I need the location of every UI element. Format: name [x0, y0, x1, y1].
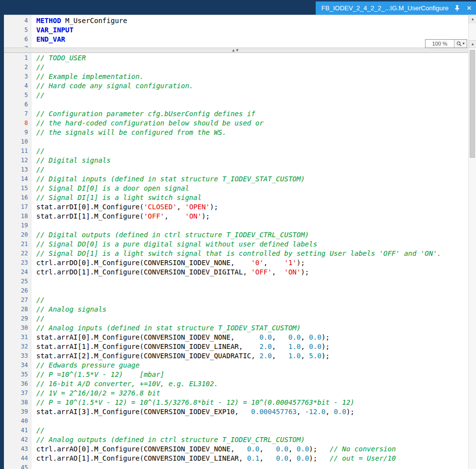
close-icon[interactable]: ✕ [465, 4, 473, 12]
zoom-control[interactable]: 100 % ▼ [425, 39, 467, 48]
line-number[interactable]: 4 [4, 81, 31, 91]
line-number[interactable]: 18 [4, 212, 31, 221]
line-number[interactable]: 6 [4, 35, 31, 44]
line-number[interactable]: 14 [4, 174, 31, 184]
line-number[interactable]: 44 [4, 454, 31, 463]
line-number[interactable]: 43 [4, 444, 31, 454]
code-line[interactable]: 38// P = 10^(1.5*V - 12) = 10^(1.5/3276.… [4, 398, 468, 407]
code-line[interactable]: 35// P =10^(1.5*V - 12) [mbar] [4, 370, 468, 379]
code-line[interactable]: 11// [4, 147, 468, 156]
line-number[interactable]: 3 [4, 72, 31, 81]
line-number[interactable]: 9 [4, 128, 31, 137]
line-number[interactable]: 35 [4, 370, 31, 379]
code-line[interactable]: 44ctrl.arrAO[1].M_Configure(CONVERSION_I… [4, 454, 468, 463]
code-line[interactable]: 13// [4, 165, 468, 174]
code-line[interactable]: 2// [4, 63, 468, 72]
code-line[interactable]: 7// Configuration parameter cfg.bUserCon… [4, 109, 468, 119]
line-number[interactable]: 15 [4, 184, 31, 193]
line-number[interactable]: 1 [4, 53, 31, 63]
zoom-dropdown-button[interactable]: ▼ [454, 40, 467, 48]
code-line[interactable]: 45 [4, 463, 468, 469]
code-line[interactable]: 15// Signal DI[0] is a door open signal [4, 184, 468, 193]
line-number[interactable]: 7 [4, 44, 31, 48]
line-number[interactable]: 45 [4, 463, 31, 469]
line-number[interactable]: 5 [4, 91, 31, 100]
code-line[interactable]: 36// 16-bit A/D converter, +=10V, e.g. E… [4, 379, 468, 389]
code-line[interactable]: 26 [4, 286, 468, 296]
scrollbar-thumb[interactable] [470, 50, 475, 158]
line-number[interactable]: 27 [4, 296, 31, 305]
line-number[interactable]: 40 [4, 417, 31, 426]
line-number[interactable]: 42 [4, 435, 31, 444]
line-number[interactable]: 39 [4, 407, 31, 417]
code-line[interactable]: 3// Example implementation. [4, 72, 468, 81]
code-line[interactable]: 20// Digital outputs (defined in ctrl st… [4, 230, 468, 240]
code-line[interactable]: 23ctrl.arrDO[0].M_Configure(CONVERSION_I… [4, 258, 468, 268]
line-number[interactable]: 16 [4, 193, 31, 202]
line-number[interactable]: 21 [4, 240, 31, 249]
line-number[interactable]: 13 [4, 165, 31, 174]
line-number[interactable]: 36 [4, 379, 31, 389]
code-line[interactable]: 4METHOD M_UserConfigure [4, 16, 468, 25]
scroll-up-button-implementation[interactable]: ▲ [469, 40, 476, 48]
code-line[interactable]: 4// Hard code any signal configuration. [4, 81, 468, 91]
code-line[interactable]: 28// Analog signals [4, 305, 468, 314]
code-line[interactable]: 40 [4, 417, 468, 426]
code-line[interactable]: 34// Edwards pressure guage [4, 361, 468, 370]
vertical-scrollbar[interactable]: ▲ ▲ [468, 15, 476, 469]
line-number[interactable]: 22 [4, 249, 31, 258]
code-line[interactable]: 41// [4, 426, 468, 435]
line-number[interactable]: 32 [4, 342, 31, 351]
code-line[interactable]: 33stat.arrAI[2].M_Configure(CONVERSION_I… [4, 351, 468, 361]
code-line[interactable]: 27// [4, 296, 468, 305]
code-line[interactable]: 9// the signals will be configured from … [4, 128, 468, 137]
code-line[interactable]: 25 [4, 277, 468, 286]
code-line[interactable]: 22// Signal DO[1] is a light switch sign… [4, 249, 468, 258]
line-number[interactable]: 29 [4, 314, 31, 323]
code-line[interactable]: 7 [4, 44, 468, 48]
code-line[interactable]: 5// [4, 91, 468, 100]
line-number[interactable]: 23 [4, 258, 31, 268]
line-number[interactable]: 19 [4, 221, 31, 230]
declaration-editor[interactable]: 4METHOD M_UserConfigure5VAR_INPUT6END_VA… [4, 15, 468, 48]
line-number[interactable]: 26 [4, 286, 31, 296]
code-line[interactable]: 6END_VAR [4, 35, 468, 44]
line-number[interactable]: 33 [4, 351, 31, 361]
line-number[interactable]: 28 [4, 305, 31, 314]
line-number[interactable]: 31 [4, 333, 31, 342]
line-number[interactable]: 8 [4, 119, 31, 128]
code-line[interactable]: 39stat.arrAI[3].M_Configure(CONVERSION_I… [4, 407, 468, 417]
line-number[interactable]: 10 [4, 137, 31, 147]
code-line[interactable]: 5VAR_INPUT [4, 25, 468, 35]
scroll-up-button-declaration[interactable]: ▲ [469, 15, 476, 23]
line-number[interactable]: 41 [4, 426, 31, 435]
line-number[interactable]: 12 [4, 156, 31, 165]
line-number[interactable]: 5 [4, 25, 31, 35]
code-line[interactable]: 17stat.arrDI[0].M_Configure('CLOSED', 'O… [4, 202, 468, 212]
implementation-editor[interactable]: 1// TODO_USER2//3// Example implementati… [4, 53, 468, 469]
line-number[interactable]: 7 [4, 109, 31, 119]
line-number[interactable]: 11 [4, 147, 31, 156]
line-number[interactable]: 2 [4, 63, 31, 72]
code-line[interactable]: 32stat.arrAI[1].M_Configure(CONVERSION_I… [4, 342, 468, 351]
line-number[interactable]: 24 [4, 268, 31, 277]
code-line[interactable]: 31stat.arrAI[0].M_Configure(CONVERSION_I… [4, 333, 468, 342]
line-number[interactable]: 17 [4, 202, 31, 212]
line-number[interactable]: 20 [4, 230, 31, 240]
code-line[interactable]: 16// Signal DI[1] is a light switch sign… [4, 193, 468, 202]
line-number[interactable]: 38 [4, 398, 31, 407]
code-line[interactable]: 10 [4, 137, 468, 147]
document-tab[interactable]: FB_IODEV_2_4_2_2_...IG.M_UserConfigure ✕ [316, 1, 476, 15]
code-line[interactable]: 30// Analog inputs (defined in stat stru… [4, 323, 468, 333]
code-line[interactable]: 37// 1V = 2^16/10/2 = 3276.8 bit [4, 389, 468, 398]
code-line[interactable]: 18stat.arrDI[1].M_Configure('OFF', 'ON')… [4, 212, 468, 221]
code-line[interactable]: 6 [4, 100, 468, 109]
pin-icon[interactable] [453, 4, 461, 12]
line-number[interactable]: 6 [4, 100, 31, 109]
line-number[interactable]: 37 [4, 389, 31, 398]
line-number[interactable]: 25 [4, 277, 31, 286]
code-line[interactable]: 8// the hard-coded configuration below s… [4, 119, 468, 128]
code-line[interactable]: 12// Digital signals [4, 156, 468, 165]
code-line[interactable]: 14// Digital inputs (defined in stat str… [4, 174, 468, 184]
code-line[interactable]: 43ctrl.arrAO[0].M_Configure(CONVERSION_I… [4, 444, 468, 454]
